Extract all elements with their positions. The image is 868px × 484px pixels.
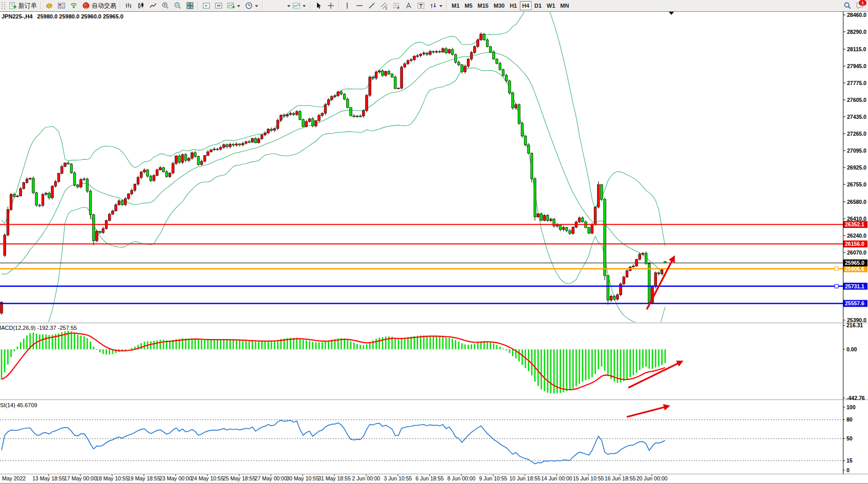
signals-button[interactable]: [68, 1, 79, 11]
candle-down: [162, 167, 165, 172]
chart-ohlc-values: 25980.0 25980.0 25960.0 25965.0: [37, 13, 123, 19]
rsi-arrow-annotation[interactable]: [627, 406, 668, 417]
text-button[interactable]: [403, 1, 414, 11]
text-tool-icon: [405, 2, 413, 10]
macd-histogram-bar: [325, 342, 326, 349]
market-watch-button[interactable]: [44, 1, 55, 11]
line-price-label: 25557.6: [845, 300, 864, 306]
price-axis-label: 26580.0: [847, 199, 866, 205]
toolbar-grip[interactable]: [2, 2, 5, 9]
macd-histogram-bar: [560, 349, 561, 393]
macd-histogram-bar: [268, 341, 269, 349]
data-window-button[interactable]: [56, 1, 67, 11]
candlestick-chart-button[interactable]: [135, 1, 146, 11]
macd-histogram-bar: [398, 340, 399, 349]
macd-histogram-bar: [163, 340, 164, 349]
candle-up: [594, 207, 597, 224]
trend-arrow-annotation[interactable]: [647, 257, 674, 309]
macd-histogram-bar: [153, 341, 155, 349]
trendline-button[interactable]: [366, 1, 377, 11]
chevron-down-icon: [237, 5, 240, 9]
candle-down: [292, 113, 295, 115]
search-icon[interactable]: [843, 2, 852, 10]
macd-histogram-bar: [604, 349, 606, 371]
panel-separator-hl: [0, 400, 868, 401]
auto-trading-icon: [82, 2, 90, 10]
vertical-line-button[interactable]: [342, 1, 353, 11]
candle-up: [102, 228, 104, 233]
zoom-in-button[interactable]: [160, 1, 171, 11]
arrow-objects-icon: [429, 2, 437, 10]
candle-up: [422, 53, 425, 54]
line-handle[interactable]: [835, 267, 838, 270]
macd-histogram-bar: [245, 341, 247, 349]
candle-down: [350, 108, 352, 116]
crosshair-button[interactable]: [325, 1, 336, 11]
macd-histogram-bar: [623, 349, 625, 381]
toolbar-separator: [198, 2, 199, 10]
timeframe-m5-button[interactable]: M5: [462, 1, 474, 10]
price-axis-label: 28290.0: [847, 29, 866, 35]
timeframe-w1-button[interactable]: W1: [545, 1, 558, 10]
channel-button[interactable]: [378, 1, 390, 11]
candle-up: [128, 194, 130, 198]
macd-histogram-bar: [198, 340, 199, 349]
candle-up: [404, 64, 406, 67]
chart-shift-marker[interactable]: [669, 12, 674, 15]
candle-up: [642, 253, 644, 254]
zoom-out-icon: [174, 2, 182, 10]
line-chart-button[interactable]: [147, 1, 159, 11]
indicators-button[interactable]: [285, 1, 308, 11]
horizontal-line-button[interactable]: [354, 1, 365, 11]
shapes-button[interactable]: [428, 1, 444, 11]
macd-histogram-bar: [141, 343, 142, 349]
macd-histogram-bar: [509, 349, 511, 353]
notifications-button[interactable]: 1: [856, 2, 864, 10]
candle-down: [255, 139, 257, 143]
macd-histogram-bar: [655, 349, 657, 368]
auto-trading-button[interactable]: 自动交易: [80, 1, 118, 11]
candle-up: [321, 113, 324, 115]
macd-histogram-bar: [353, 343, 355, 349]
candle-down: [588, 228, 590, 234]
candle-up: [280, 115, 282, 120]
tile-windows-button[interactable]: [184, 1, 196, 11]
new-chart-button[interactable]: [225, 1, 242, 11]
period-button[interactable]: [243, 1, 260, 11]
candle-down: [197, 157, 200, 165]
macd-histogram-bar: [1, 349, 3, 380]
new-order-label: 新订单: [18, 2, 37, 10]
candle-up: [258, 139, 260, 143]
line-handle[interactable]: [835, 284, 838, 288]
text-label-button[interactable]: [415, 1, 427, 11]
chart-canvas[interactable]: 28460.028290.028115.027945.027775.027605…: [0, 0, 868, 484]
cursor-button[interactable]: [313, 1, 324, 11]
macd-histogram-bar: [626, 349, 628, 380]
macd-histogram-bar: [315, 342, 317, 349]
timeframe-mn-button[interactable]: MN: [558, 1, 571, 10]
time-axis-label[interactable]: May 2022: [2, 475, 26, 481]
timeframe-m1-button[interactable]: M1: [450, 1, 461, 10]
timeframe-m15-button[interactable]: M15: [476, 1, 491, 10]
panel-separator[interactable]: [0, 399, 868, 400]
bar-chart-button[interactable]: [123, 1, 134, 11]
chart-forward-button[interactable]: [201, 1, 212, 11]
timeframe-m30-button[interactable]: M30: [492, 1, 506, 10]
candle-up: [137, 178, 139, 184]
candle-up: [29, 178, 32, 179]
timeframe-h1-button[interactable]: H1: [507, 1, 519, 10]
panel-separator[interactable]: [0, 474, 868, 474]
zoom-out-button[interactable]: [172, 1, 183, 11]
chart-end-button[interactable]: [213, 1, 224, 11]
candle-down: [89, 191, 92, 215]
panel-separator[interactable]: [0, 323, 868, 323]
new-order-button[interactable]: 新订单: [7, 1, 38, 11]
timeframe-h4-button[interactable]: H4: [520, 1, 531, 10]
macd-histogram-bar: [71, 331, 72, 349]
macd-histogram-bar: [39, 334, 40, 349]
timeframe-d1-button[interactable]: D1: [533, 1, 544, 10]
price-axis-label: 27435.0: [847, 114, 866, 120]
fibonacci-button[interactable]: [391, 1, 402, 11]
candle-down: [502, 70, 504, 75]
candle-up: [385, 71, 387, 75]
